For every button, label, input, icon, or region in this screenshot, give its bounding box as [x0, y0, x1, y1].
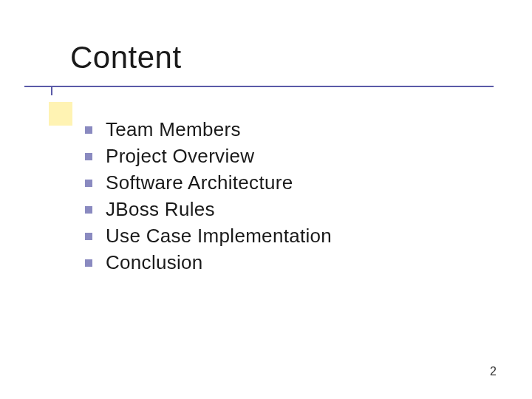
list-item-label: Team Members	[106, 118, 241, 141]
list-item-label: Use Case Implementation	[106, 225, 332, 248]
list-item: Project Overview	[85, 145, 332, 168]
list-item-label: Software Architecture	[106, 171, 293, 194]
bullet-icon	[85, 259, 92, 267]
content-list: Team Members Project Overview Software A…	[85, 118, 332, 278]
title-underline	[24, 86, 494, 87]
list-item: Software Architecture	[85, 171, 332, 194]
bullet-icon	[85, 206, 92, 214]
page-number: 2	[490, 365, 497, 378]
page-title: Content	[70, 40, 182, 75]
list-item: Conclusion	[85, 251, 332, 274]
title-tick	[51, 87, 52, 95]
list-item-label: JBoss Rules	[106, 198, 215, 221]
title-accent-square	[49, 102, 72, 126]
list-item: Team Members	[85, 118, 332, 141]
list-item-label: Conclusion	[106, 251, 203, 274]
list-item: JBoss Rules	[85, 198, 332, 221]
bullet-icon	[85, 153, 92, 160]
bullet-icon	[85, 180, 92, 187]
bullet-icon	[85, 126, 92, 134]
list-item-label: Project Overview	[106, 145, 254, 168]
list-item: Use Case Implementation	[85, 225, 332, 248]
bullet-icon	[85, 233, 92, 240]
